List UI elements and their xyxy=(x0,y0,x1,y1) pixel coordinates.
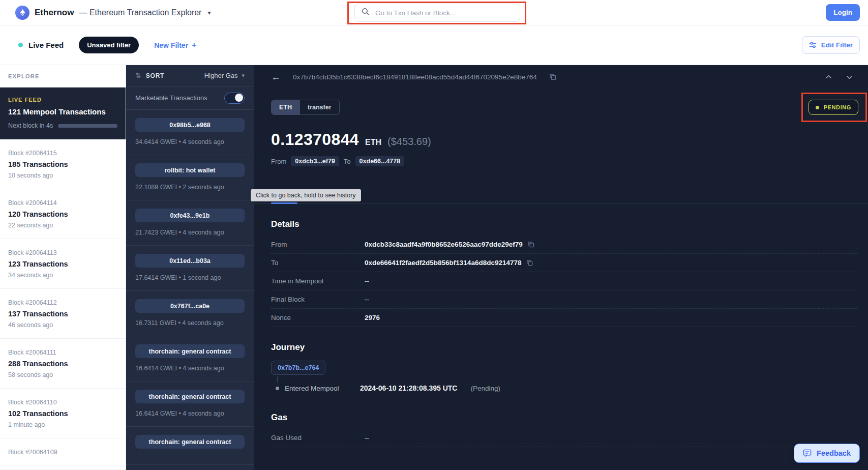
edit-filter-button[interactable]: Edit Filter xyxy=(802,36,860,54)
txn-usd-value: ($453.69) xyxy=(387,136,431,148)
app-window: Ethernow — Ethereum Transaction Explorer… xyxy=(0,0,868,470)
mempool-feed-panel: ⇅ SORT Higher Gas ▾ Marketable Transacti… xyxy=(126,65,254,470)
txn-nav xyxy=(825,74,853,80)
search-input[interactable] xyxy=(375,9,513,17)
block-list-item[interactable]: Block #20064112 137 Transactions 46 seco… xyxy=(0,289,126,339)
sort-label: SORT xyxy=(146,72,165,79)
block-transactions: 120 Transactions xyxy=(8,210,117,218)
block-list-item[interactable]: Block #20064109 xyxy=(0,438,126,469)
block-number: Block #20064109 xyxy=(8,449,117,456)
main-content: EXPLORE LIVE FEED 121 Mempool Transactio… xyxy=(0,65,868,470)
txn-label-pill[interactable]: 0x11ed...b03a xyxy=(135,254,245,268)
txn-label-pill[interactable]: rollbit: hot wallet xyxy=(135,163,245,177)
plus-icon: + xyxy=(192,41,196,50)
feedback-button[interactable]: Feedback xyxy=(794,444,860,463)
txn-label-pill[interactable]: thorchain: general contract xyxy=(135,390,245,403)
brand-subtitle: — Ethereum Transaction Explorer xyxy=(79,8,201,17)
gas-table: Gas Used -- xyxy=(271,429,857,447)
status-dot-icon xyxy=(816,106,819,109)
copy-icon[interactable] xyxy=(549,73,556,80)
login-button[interactable]: Login xyxy=(826,4,860,21)
txn-label-pill[interactable]: 0x98b5...e968 xyxy=(135,118,245,132)
detail-label: Nonce xyxy=(271,314,365,321)
detail-body: Details From 0xdcb33c8aadf4a9f0b8652e652… xyxy=(254,219,868,447)
mempool-txn-item[interactable]: 0x98b5...e968 34.6414 GWEI • 4 seconds a… xyxy=(126,110,254,155)
edit-filter-label: Edit Filter xyxy=(821,41,853,49)
txn-label-pill[interactable]: thorchain: general contract xyxy=(135,344,245,358)
detail-label: Time in Mempool xyxy=(271,277,365,285)
block-transactions: 288 Transactions xyxy=(8,360,117,368)
block-list-item[interactable]: Block #20064110 102 Transactions 1 minut… xyxy=(0,389,126,438)
details-heading: Details xyxy=(271,219,857,229)
chevron-down-icon[interactable] xyxy=(846,74,853,80)
mempool-txn-item[interactable]: thorchain: general contract 16.6414 GWEI… xyxy=(126,381,254,427)
block-list-item[interactable]: Block #20064113 123 Transactions 34 seco… xyxy=(0,239,126,289)
block-list-item[interactable]: Block #20064111 288 Transactions 58 seco… xyxy=(0,339,126,389)
block-age: 58 seconds ago xyxy=(8,371,117,378)
journey-event-time: 2024-06-10 21:28:08.395 UTC xyxy=(360,384,457,392)
tab-transfer[interactable]: transfer xyxy=(300,100,339,114)
block-list-item[interactable]: Block #20064115 185 Transactions 10 seco… xyxy=(0,139,126,189)
chat-icon xyxy=(803,449,812,457)
block-age: 34 seconds ago xyxy=(8,272,117,279)
tab-eth[interactable]: ETH xyxy=(272,100,300,114)
mempool-txn-item[interactable]: 0x767f...ca0e 16.7311 GWEI • 4 seconds a… xyxy=(126,291,254,336)
mempool-txn-item[interactable]: rollbit: hot wallet 22.1089 GWEI • 2 sec… xyxy=(126,155,254,200)
detail-row: Time in Mempool -- xyxy=(271,272,857,290)
block-list-item[interactable]: Block #20064114 120 Transactions 22 seco… xyxy=(0,189,126,239)
block-transactions: 123 Transactions xyxy=(8,260,117,268)
gas-heading: Gas xyxy=(271,413,857,423)
txn-label-pill[interactable]: thorchain: general contract xyxy=(135,435,245,449)
journey-event-label: Entered Mempool xyxy=(285,385,360,392)
new-filter-button[interactable]: New Filter + xyxy=(154,41,196,50)
sort-value: Higher Gas xyxy=(204,72,238,79)
detail-value: -- xyxy=(365,434,369,442)
mempool-txn-item[interactable]: thorchain: general contract xyxy=(126,427,254,465)
block-number: Block #20064111 xyxy=(8,349,117,356)
block-transactions: 102 Transactions xyxy=(8,409,117,418)
search-box[interactable] xyxy=(354,4,520,22)
txn-meta: 16.7311 GWEI • 4 seconds ago xyxy=(135,319,245,327)
sort-dropdown[interactable]: Higher Gas ▾ xyxy=(204,72,245,79)
detail-label: To xyxy=(271,259,365,267)
copy-icon[interactable] xyxy=(528,241,534,248)
marketable-toggle[interactable] xyxy=(224,93,245,104)
block-age: 22 seconds ago xyxy=(8,222,117,229)
sidebar-item-live-feed[interactable]: LIVE FEED 121 Mempool Transactions Next … xyxy=(0,87,126,139)
detail-value: 0xde66641f2faedf2d5b856bf1314a6d8dc92147… xyxy=(365,259,521,267)
mempool-txn-item[interactable]: 0x11ed...b03a 17.6414 GWEI • 1 second ag… xyxy=(126,246,254,291)
copy-icon[interactable] xyxy=(526,259,533,266)
status-badge: PENDING xyxy=(809,100,858,115)
detail-label: Gas Used xyxy=(271,434,365,442)
detail-row: Gas Used -- xyxy=(271,429,857,447)
mempool-txn-item[interactable]: 0xfe43...9e1b 21.7423 GWEI • 4 seconds a… xyxy=(126,200,254,246)
txn-label-pill[interactable]: 0xfe43...9e1b xyxy=(135,209,245,222)
status-label: PENDING xyxy=(824,104,851,110)
ethereum-logo-icon xyxy=(15,6,29,20)
journey-heading: Journey xyxy=(271,342,857,352)
marketable-label: Marketable Transactions xyxy=(135,94,207,102)
from-address-chip[interactable]: 0xdcb3...ef79 xyxy=(291,156,339,166)
chevron-up-icon[interactable] xyxy=(825,74,832,80)
chevron-down-icon[interactable]: ▾ xyxy=(207,9,211,16)
txn-label-pill[interactable]: 0x767f...ca0e xyxy=(135,299,245,313)
amount-row: 0.12370844 ETH ($453.69) xyxy=(271,130,868,149)
sidebar-section-label: EXPLORE xyxy=(0,65,126,87)
top-header: Ethernow — Ethereum Transaction Explorer… xyxy=(0,0,868,25)
txn-meta: 17.6414 GWEI • 1 second ago xyxy=(135,274,245,281)
detail-row: To 0xde66641f2faedf2d5b856bf1314a6d8dc92… xyxy=(271,254,857,272)
mempool-txn-item[interactable]: thorchain: general contract 16.6414 GWEI… xyxy=(126,336,254,381)
brand[interactable]: Ethernow — Ethereum Transaction Explorer… xyxy=(15,6,211,20)
asset-type-tabs: ETH transfer xyxy=(271,100,340,115)
unsaved-filter-chip[interactable]: Unsaved filter xyxy=(79,37,139,53)
toggle-knob xyxy=(235,94,243,102)
back-button[interactable]: ← xyxy=(271,72,281,82)
to-address-chip[interactable]: 0xde66...4778 xyxy=(355,156,405,166)
filter-bar: Live Feed Unsaved filter New Filter + Ed… xyxy=(0,25,868,65)
block-age: 46 seconds ago xyxy=(8,321,117,329)
feed-header: ⇅ SORT Higher Gas ▾ xyxy=(126,65,254,86)
txn-hash: 0x7b7b4cfd35b1c6338becf6c184918188ee08ac… xyxy=(293,73,537,81)
block-transactions: 137 Transactions xyxy=(8,310,117,318)
journey-txn-pill[interactable]: 0x7b7b...e764 xyxy=(271,361,325,375)
sliders-icon xyxy=(809,41,817,49)
